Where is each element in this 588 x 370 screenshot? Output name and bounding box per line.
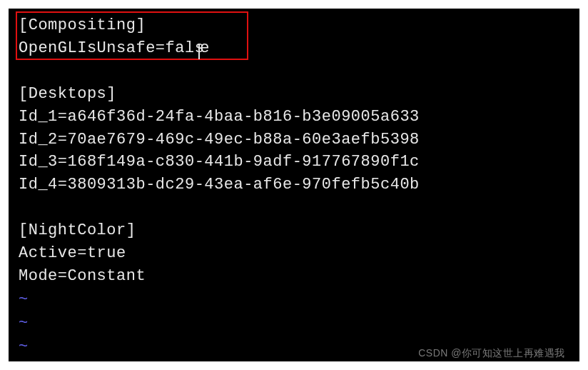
config-line: OpenGLIsUnsafe=false	[19, 37, 569, 60]
text-pre-cursor: OpenGLIsUnsafe=fals	[19, 39, 204, 57]
watermark-text: CSDN @你可知这世上再难遇我	[418, 347, 565, 360]
config-line: Id_4=3809313b-dc29-43ea-af6e-970fefb5c40…	[19, 174, 569, 196]
config-section-header: [NightColor]	[19, 219, 569, 242]
config-line: Mode=Constant	[19, 265, 569, 288]
text-cursor	[198, 44, 200, 59]
vim-tilde: ~	[19, 288, 569, 311]
config-line: Active=true	[19, 242, 569, 265]
text-post-cursor: e	[200, 39, 210, 57]
config-section-header: [Desktops]	[19, 83, 569, 106]
blank-line	[19, 60, 569, 83]
config-line: Id_1=a646f36d-24fa-4baa-b816-b3e09005a63…	[19, 106, 569, 129]
vim-tilde: ~	[19, 311, 569, 335]
config-line: Id_3=168f149a-c830-441b-9adf-917767890f1…	[19, 151, 569, 174]
terminal-editor[interactable]: [Compositing] OpenGLIsUnsafe=false [Desk…	[9, 9, 579, 361]
config-line: Id_2=70ae7679-469c-49ec-b88a-60e3aefb539…	[19, 129, 569, 151]
blank-line	[19, 196, 569, 219]
config-section-header: [Compositing]	[19, 14, 569, 37]
